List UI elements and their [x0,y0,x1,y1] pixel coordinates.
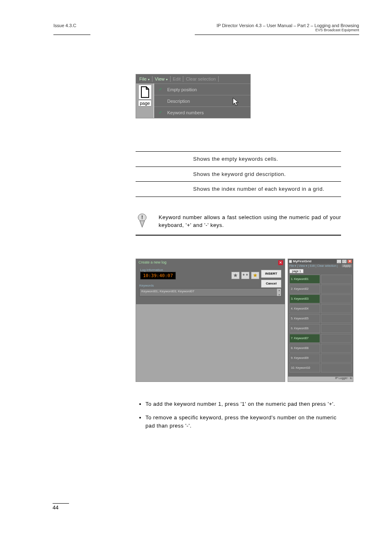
rating-one-star-button[interactable] [231,272,240,279]
keyword-cell[interactable]: 8. Keyword08 [289,344,320,353]
tab-page1[interactable]: page 1 [289,269,304,273]
cancel-button[interactable]: Cancel [261,280,281,288]
menu-view[interactable]: View ▾ [153,76,169,81]
rating-two-star-button[interactable] [241,272,249,279]
view-menu-screenshot: File ▾ View ▾ Edit Clear selection page [136,74,251,118]
menu-edit[interactable]: Edit [171,76,182,81]
close-icon[interactable]: ✕ [278,260,283,265]
insert-button[interactable]: INSERT [261,270,281,278]
header-subtitle: EVS Broadcast Equipment [217,28,359,32]
keyword-cell-empty[interactable] [321,334,352,343]
table-text: Shows the keyword grid description. [193,170,341,178]
keywords-field[interactable]: Keyword01; Keyword03; Keyword07 ▴▾ [139,288,281,296]
cursor-icon [232,97,240,107]
timecode-field[interactable]: 10:39:40:07 [140,272,176,280]
menu-file[interactable]: File ▾ [289,264,296,268]
page-number: 44 [53,503,69,511]
menu-row-empty-position[interactable]: ✓ Empty position [154,83,250,95]
menu-file[interactable]: File ▾ [138,76,151,81]
table-text: Shows the index number of each keyword i… [193,185,341,193]
keyword-cell[interactable]: 10. Keyword10 [289,363,320,372]
keyword-cell[interactable]: 4. Keyword04 [289,304,320,313]
panel-title: Create a new log [136,259,285,266]
check-icon: ✓ [157,87,164,92]
scrollbar[interactable]: ▴▾ [277,289,281,296]
page-icon [139,85,151,99]
menu-label: Keyword numbers [167,110,204,115]
panel-body [136,304,285,382]
keyword-cell-empty[interactable] [321,314,352,323]
menu-label: Empty position [167,87,197,92]
table-text: Shows the empty keywords cells. [193,155,341,163]
keyword-cell-empty[interactable] [321,354,352,363]
keyword-cell-empty[interactable] [321,363,352,372]
rating-three-star-button[interactable] [251,272,259,279]
menubar: File ▾ View ▾ Edit Clear selection [136,74,250,83]
menu-edit[interactable]: Edit [310,264,315,267]
section-label: Log Information [140,268,281,272]
header-rule-right [195,35,359,35]
app-screenshot: Create a new log ✕ Log Information 10:39… [136,259,353,382]
status-bar: IP Logger · lo [288,377,353,382]
keyword-cell[interactable]: 5. Keyword05 [289,314,320,323]
keyword-grid: 1. Keyword012. Keyword023. Keyword034. K… [288,273,353,377]
menu-label: Description [167,99,190,104]
keyword-cell[interactable]: 9. Keyword09 [289,354,320,363]
minimize-icon[interactable]: _ [337,259,341,264]
header-title: IP Director Version 4.3 – User Manual – … [217,23,359,28]
list-item: To remove a specific keyword, press the … [145,414,341,430]
create-log-panel: Create a new log ✕ Log Information 10:39… [136,259,285,382]
grid-menubar: File ▾ | View ▾ | Edit | Clear selection… [288,264,353,268]
keyword-cell[interactable]: 3. Keyword03 [289,294,320,303]
description-table: Shows the empty keywords cells. Shows th… [136,151,341,197]
keyword-cell-empty[interactable] [321,344,352,353]
menu-view[interactable]: View ▾ [299,264,307,268]
window-title: MyFirstGrid [293,259,311,263]
page-tab-label[interactable]: page [138,100,151,106]
svg-text:!: ! [141,214,143,220]
keyword-cell[interactable]: 2. Keyword02 [289,284,320,294]
keyword-cell[interactable]: 7. Keyword07 [289,334,320,343]
header-issue: Issue 4.3.C [53,23,76,32]
list-item: To add the keyword number 1, press '1' o… [145,400,341,408]
instruction-list: To add the keyword number 1, press '1' o… [136,400,341,430]
check-icon: ✓ [157,110,164,115]
header-rule-left [53,35,90,35]
note-text: Keyword number allows a fast selection u… [159,213,341,229]
keyword-cell[interactable]: 6. Keyword06 [289,324,320,333]
grid-icon: ▦ [289,259,292,263]
apply-button[interactable]: Apply [342,264,352,267]
keyword-cell-empty[interactable] [321,324,352,333]
menu-row-keyword-numbers[interactable]: ✓ Keyword numbers [154,106,250,118]
keyword-cell-empty[interactable] [321,294,352,303]
menu-clear-selection[interactable]: Clear selection [184,76,217,81]
keyword-grid-window: ▦ MyFirstGrid _ □ ✕ File ▾ | View ▾ | Ed… [288,259,353,382]
keyword-cell-empty[interactable] [321,275,352,284]
keyword-cell-empty[interactable] [321,304,352,313]
info-icon: ! [136,213,149,230]
maximize-icon[interactable]: □ [342,259,347,264]
close-icon[interactable]: ✕ [347,259,352,264]
note-box: ! Keyword number allows a fast selection… [136,213,341,236]
menu-clear-selection[interactable]: Clear selection [317,264,336,267]
keyword-cell-empty[interactable] [321,284,352,294]
menu-row-description[interactable]: Description [154,95,250,106]
keyword-cell[interactable]: 1. Keyword01 [289,275,320,284]
page-tab-column: page [136,83,154,118]
